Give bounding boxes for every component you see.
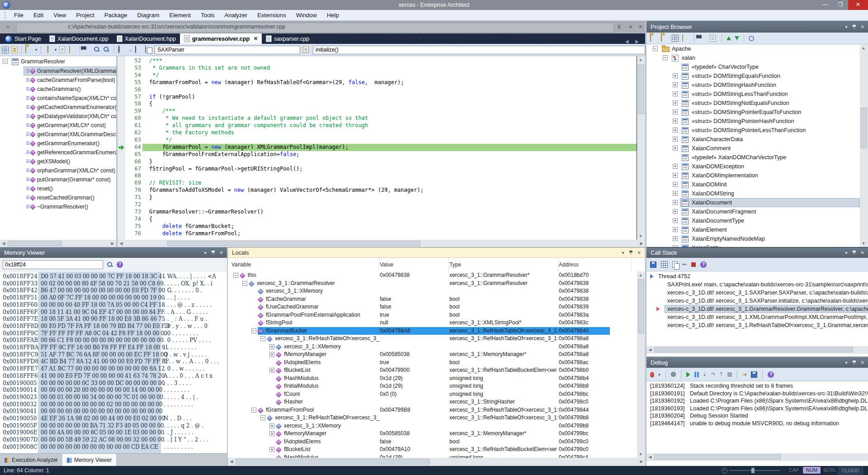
symbols-item[interactable]: getXSModel() [0,157,116,166]
collapse-icon[interactable]: − [251,328,256,333]
locals-row-fusecachedgrammar[interactable]: fUseCachedGrammarfalsebool0x00479839 [228,303,645,311]
zoom-slider-thumb[interactable] [751,468,755,473]
code-line[interactable]: 59 /*** [118,108,637,115]
pin-icon[interactable] [852,250,856,255]
project-item--struct-domstringpointerlessthanfunction[interactable]: +«struct» DOMStringPointerLessThanFuncti… [646,126,860,135]
code-line[interactable]: 57if (!gramPool) [118,94,637,101]
save-stack-icon[interactable] [650,261,656,268]
tab-grammarresolver-cpp[interactable]: grammarresolver.cpp✕ [180,33,262,44]
panel-menu-icon[interactable]: ▾ [204,250,207,255]
symbols-item[interactable]: cacheGrammars() [0,85,116,94]
project-item--struct-domstringpointerequaltofunction[interactable]: +«struct» DOMStringPointerEqualToFunctio… [646,108,860,117]
locals-row-fstringpool[interactable]: fStringPoolnullxercesc_3_1::XMLStringPoo… [228,319,645,327]
panel-menu-icon[interactable]: ▾ [845,360,848,365]
close-panel-icon[interactable]: ✕ [861,24,864,29]
call-stack-frame[interactable]: Thread 4752 [646,272,868,280]
tab-xalandocument-hpp[interactable]: XalanDocument.hpp [113,33,180,44]
locals-row-fhashmodulus[interactable]: fHashModulus0x1d (29)unsigned long0x0047… [228,454,645,458]
locals-row-this[interactable]: −this0x00479838xercesc_3_1::GrammarResol… [228,271,645,280]
column-header-value[interactable]: Value [380,258,449,271]
locals-row-fcachegrammar[interactable]: fCacheGrammarfalsebool0x00479838 [228,295,645,304]
memory-row[interactable]: 0x0018FF6000 00 00 00 40 FF 18 00 7A 05 … [0,302,227,309]
settings-icon[interactable] [671,372,676,377]
symbols-item[interactable]: containsNameSpace(XMLCh* const) [0,94,116,103]
menu-item-file[interactable]: File [9,10,28,21]
tab-saxparser-cpp[interactable]: saxparser.cpp [262,33,313,44]
call-stack-frame[interactable]: xerces-c_3_1D.dll! xercesc_3_1.SAXParser… [646,289,868,297]
code-line[interactable]: 69// REVISIT: size [118,180,637,187]
pause-icon[interactable] [694,372,699,377]
code-line[interactable]: 52/*** [118,57,637,65]
symbols-item[interactable]: cacheGrammarFromParse(bool) [0,76,116,85]
call-stack-frame[interactable]: xerces-c_3_1D.dll! xercesc_3_1.GrammarRe… [646,305,868,313]
menu-item-help[interactable]: Help [322,10,344,21]
tab-memory-viewer[interactable]: Memory Viewer [62,454,116,466]
expand-icon[interactable]: + [673,137,678,142]
memory-row[interactable]: 0x0018FF6F00 18 11 41 00 9C 04 EF 47 00 … [0,309,227,316]
step-out-icon[interactable]: ⇡ [719,371,723,377]
code-line[interactable]: 76 delete fGrammarFromPool; [118,230,637,238]
memory-row[interactable]: 0x0018FFBAFF FF 9C FF 18 00 B0 F8 FF FF … [0,344,227,352]
menu-item-element[interactable]: Element [165,10,196,21]
help-icon[interactable] [700,261,707,268]
locals-row-fhasher[interactable]: fHasherxercesc_3_1::StringHasher0x004798… [228,398,645,406]
editor-hscrollbar[interactable]: ◀ ▶ [118,240,645,247]
step-over-icon[interactable]: ↷ [711,371,715,377]
locals-row-fcount[interactable]: fCount0x0 (0)unsigned long0x004798bc [228,390,645,399]
project-item--struct-domstringequalsfunction[interactable]: +«struct» DOMStringEqualsFunction [646,71,860,81]
status-indicator-scrl[interactable]: SCRL [820,467,840,474]
debug-log-line[interactable]: [1819360124]Stack recording threshold se… [646,382,868,390]
record-icon[interactable] [135,46,136,53]
locals-row-fgrammarfrompool[interactable]: −fGrammarFromPool0x004799B8xercesc_3_1::… [228,406,645,414]
scroll-right-icon[interactable]: ▶ [638,458,645,465]
context-combo[interactable] [155,46,300,54]
menu-item-view[interactable]: View [48,10,71,21]
symbols-item[interactable]: reset() [0,184,116,193]
status-indicator-cloud[interactable]: CLOUD [838,467,863,475]
menu-item-diagram[interactable]: Diagram [132,10,164,21]
status-indicator-cap[interactable]: CAP [786,467,802,474]
call-stack-frame[interactable]: xerces-c_3_1D.dll! xercesc_3_1.XMLGramma… [646,313,868,321]
symbols-item[interactable]: getCachedGrammarEnumerator() [0,103,116,112]
symbols-item[interactable]: getReferencedGrammarEnumerator( [0,148,116,157]
collapse-icon[interactable]: − [3,59,8,64]
save-file-icon[interactable] [59,46,65,53]
expand-icon[interactable]: + [673,73,678,78]
close-panel-icon[interactable]: ✕ [861,250,864,255]
stop-debug-icon[interactable] [727,372,732,377]
expand-icon[interactable]: + [269,352,274,357]
toggle-frames-icon[interactable] [661,261,668,268]
collapse-icon[interactable] [682,264,687,265]
symbols-item[interactable]: resetCachedGrammar() [0,193,116,202]
project-item-xalanentity[interactable]: +XalanEntity [646,243,860,247]
notes-icon[interactable] [69,46,70,53]
code-editor[interactable]: 52/***53 * Grammars in this set are not … [118,56,637,240]
project-item-xalandominit[interactable]: +XalanDOMInit [646,180,860,189]
code-line[interactable]: 65 fGrammarPoolFromExternalApplication=f… [118,151,637,158]
expand-icon[interactable]: + [673,245,678,247]
code-line[interactable]: 60 * We need to instantiate a default gr… [118,115,637,122]
memory-row[interactable]: 0x0019007D00 00 00 5B 49 59 22 AC 08 00 … [0,437,227,444]
project-vscrollbar[interactable]: ▲ ▼ [860,44,868,247]
new-package-icon[interactable] [650,34,651,42]
move-up-icon[interactable] [726,36,731,40]
scroll-up-icon[interactable]: ▲ [637,271,644,279]
editor-vscrollbar[interactable]: ▲ ▼ [637,56,645,240]
collapse-icon[interactable]: − [242,281,247,286]
project-item--struct-domstringnotequalsfunction[interactable]: +«struct» DOMStringNotEqualsFunction [646,99,860,108]
breadcrumb-chevron-icon[interactable]: » [6,23,9,30]
expand-icon[interactable]: + [269,423,274,428]
memory-row[interactable]: 0x0018FF8D00 E0 FD 7F FA FF 18 00 79 BD … [0,323,227,330]
edit-dropdown-icon[interactable]: ▾ [55,48,57,52]
expand-icon[interactable]: + [673,227,678,232]
collapse-icon[interactable]: − [653,46,658,51]
symbols-item[interactable]: getGrammarEnumerator() [0,139,116,148]
project-item-apache[interactable]: −Apache [646,44,860,53]
locals-row-xercesc-3-1-xmemory[interactable]: +xercesc_3_1::XMemory0x004799b8 [228,422,645,430]
expand-icon[interactable]: + [673,182,678,187]
call-stack-hscrollbar[interactable]: ◀ [646,346,868,354]
scroll-left-icon[interactable]: ◀ [118,240,125,247]
memory-row[interactable]: 0x0018FF3300 02 00 00 00 80 4F 58 00 70 … [0,280,227,288]
code-line[interactable]: 75 delete fGrammarBucket; [118,223,637,230]
memory-row[interactable]: 0x0019008C00 00 00 00 00 00 00 00 00 00 … [0,444,227,451]
